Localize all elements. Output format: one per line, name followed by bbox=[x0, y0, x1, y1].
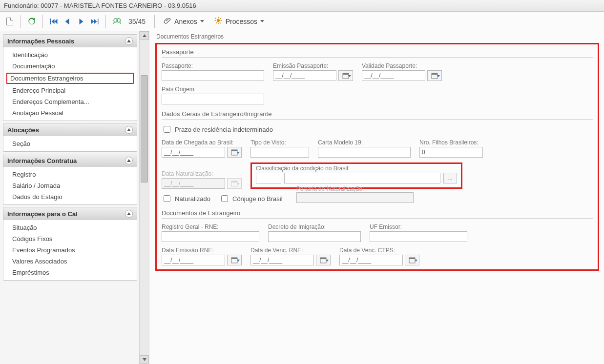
data-emissao-rne-input[interactable] bbox=[162, 255, 225, 265]
prev-record-button[interactable] bbox=[62, 16, 73, 27]
data-chegada-label: Data de Chegada ao Brasil: bbox=[162, 139, 242, 146]
sidebar-item[interactable]: Valores Associados bbox=[3, 256, 137, 267]
data-venc-ctps-input[interactable] bbox=[339, 255, 403, 265]
uf-label: UF Emissor: bbox=[370, 223, 467, 230]
nro-filhos-input[interactable] bbox=[419, 147, 483, 158]
rne-input[interactable] bbox=[162, 231, 259, 242]
sidebar-item[interactable]: Seção bbox=[3, 138, 137, 149]
svg-rect-16 bbox=[409, 258, 415, 259]
naturalizado-checkbox-input[interactable] bbox=[164, 195, 170, 202]
carta-modelo-input[interactable] bbox=[318, 147, 411, 158]
nav-group-title: Informações para o Cál bbox=[7, 210, 78, 218]
data-chegada-input[interactable] bbox=[162, 147, 225, 158]
sidebar-item[interactable]: Anotação Pessoal bbox=[3, 107, 137, 119]
chevron-up-icon bbox=[125, 37, 133, 45]
anexos-dropdown[interactable]: Anexos bbox=[160, 15, 208, 28]
sidebar-item[interactable]: Endereços Complementa... bbox=[3, 96, 137, 107]
nav-items: Seção bbox=[3, 136, 137, 151]
scroll-up-button[interactable] bbox=[140, 31, 149, 40]
gear-icon bbox=[214, 16, 223, 26]
chevron-up-icon bbox=[125, 157, 133, 164]
emissao-passaporte-datepicker[interactable] bbox=[338, 70, 353, 81]
window-title: Funcionário: 00077 - MARISTELA FONTES CA… bbox=[0, 0, 604, 12]
scroll-thumb[interactable] bbox=[141, 75, 148, 182]
carta-modelo-label: Carta Modelo 19: bbox=[318, 139, 411, 146]
data-venc-rne-input[interactable] bbox=[250, 255, 314, 265]
data-venc-ctps-label: Data de Venc. CTPS: bbox=[339, 247, 419, 254]
classificacao-label: Classificação da condição no Brasil: bbox=[256, 165, 457, 172]
data-chegada-datepicker[interactable] bbox=[227, 147, 242, 158]
refresh-button[interactable] bbox=[26, 16, 38, 27]
classificacao-desc-input[interactable] bbox=[284, 173, 440, 183]
sidebar-item[interactable]: Documentação bbox=[3, 61, 137, 72]
data-emissao-rne-datepicker[interactable] bbox=[227, 255, 242, 265]
emissao-passaporte-input[interactable] bbox=[273, 70, 336, 81]
passaporte-input[interactable] bbox=[162, 70, 264, 81]
paperclip-icon bbox=[164, 16, 171, 26]
new-record-button[interactable] bbox=[4, 16, 16, 27]
prazo-residencia-checkbox[interactable]: Prazo de residência indeterminado bbox=[162, 124, 273, 134]
conjuge-checkbox-input[interactable] bbox=[221, 195, 228, 202]
sidebar-item[interactable]: Documentos Estrangeiros bbox=[6, 73, 134, 84]
sidebar-scrollbar[interactable] bbox=[139, 31, 149, 364]
sidebar-item[interactable]: Códigos Fixos bbox=[3, 233, 137, 244]
svg-point-2 bbox=[217, 19, 220, 22]
sidebar-item[interactable]: Endereço Principal bbox=[3, 85, 137, 96]
conjuge-checkbox[interactable]: Cônjuge no Brasil bbox=[219, 194, 283, 203]
naturalizado-label: Naturalizado bbox=[175, 195, 210, 202]
nav-group-header[interactable]: Informações para o Cál bbox=[3, 207, 137, 220]
data-naturalizacao-input bbox=[162, 178, 225, 189]
validade-passaporte-input[interactable] bbox=[362, 70, 425, 81]
sidebar-item[interactable]: Situação bbox=[3, 222, 137, 233]
sidebar-item[interactable]: Dados do Estagio bbox=[3, 191, 137, 202]
nav-group-title: Informações Contratua bbox=[7, 157, 77, 164]
portaria-input bbox=[296, 192, 414, 203]
svg-rect-4 bbox=[343, 73, 349, 75]
classificacao-lookup-button[interactable]: ... bbox=[443, 173, 457, 183]
svg-rect-8 bbox=[231, 150, 237, 151]
nro-filhos-label: Nro. Filhos Brasileiros: bbox=[419, 139, 483, 146]
validade-passaporte-datepicker[interactable] bbox=[427, 70, 442, 81]
chevron-down-icon bbox=[260, 20, 264, 22]
section-title-docs-estrangeiro: Documentos de Estrangeiro bbox=[162, 209, 593, 219]
classificacao-code-input[interactable] bbox=[256, 173, 281, 183]
data-emissao-rne-label: Data Emissão RNE: bbox=[162, 247, 242, 254]
svg-rect-10 bbox=[231, 181, 237, 182]
last-record-button[interactable] bbox=[89, 16, 101, 27]
sidebar-item[interactable]: Identificação bbox=[3, 49, 137, 61]
tipo-visto-input[interactable] bbox=[250, 147, 309, 158]
pager-text: 35/45 bbox=[128, 18, 146, 25]
nav-items: RegistroSalário / JornadaDados do Estagi… bbox=[3, 167, 137, 204]
nav-group: Informações ContratuaRegistroSalário / J… bbox=[3, 154, 137, 205]
processos-dropdown[interactable]: Processos bbox=[210, 15, 268, 28]
highlighted-classificacao: Classificação da condição no Brasil: ... bbox=[250, 162, 462, 189]
naturalizado-checkbox[interactable]: Naturalizado bbox=[162, 194, 210, 203]
passaporte-label: Passaporte: bbox=[162, 62, 264, 69]
data-naturalizacao-label: Data Naturalização: bbox=[162, 170, 242, 177]
nav-group-header[interactable]: Alocações bbox=[3, 123, 137, 136]
rne-label: Registro Geral - RNE: bbox=[162, 223, 259, 230]
prazo-residencia-checkbox-input[interactable] bbox=[164, 126, 170, 133]
nav-group: Informações PessoaisIdentificaçãoDocumen… bbox=[3, 34, 137, 121]
prazo-residencia-label: Prazo de residência indeterminado bbox=[175, 126, 273, 133]
scroll-down-button[interactable] bbox=[140, 355, 149, 364]
next-record-button[interactable] bbox=[75, 16, 87, 27]
sidebar-item[interactable]: Eventos Programados bbox=[3, 244, 137, 256]
sidebar-item[interactable]: Salário / Jornada bbox=[3, 180, 137, 191]
tipo-visto-label: Tipo de Visto: bbox=[250, 139, 309, 146]
decreto-label: Decreto de Imigração: bbox=[268, 223, 361, 230]
nav-group-header[interactable]: Informações Pessoais bbox=[3, 35, 137, 47]
pais-origem-input[interactable] bbox=[162, 94, 264, 104]
find-button[interactable] bbox=[111, 16, 123, 27]
data-venc-ctps-datepicker[interactable] bbox=[405, 255, 419, 265]
sidebar-item[interactable]: Empréstimos bbox=[3, 267, 137, 278]
first-record-button[interactable] bbox=[48, 16, 60, 27]
uf-input[interactable] bbox=[370, 231, 467, 242]
data-venc-rne-datepicker[interactable] bbox=[316, 255, 331, 265]
nav-group-header[interactable]: Informações Contratua bbox=[3, 154, 137, 167]
sidebar-item[interactable]: Registro bbox=[3, 169, 137, 180]
nav-items: SituaçãoCódigos FixosEventos Programados… bbox=[3, 220, 137, 280]
decreto-input[interactable] bbox=[268, 231, 361, 242]
svg-rect-14 bbox=[320, 258, 326, 259]
main-content: Documentos Estrangeiros Passaporte Passa… bbox=[149, 31, 604, 364]
